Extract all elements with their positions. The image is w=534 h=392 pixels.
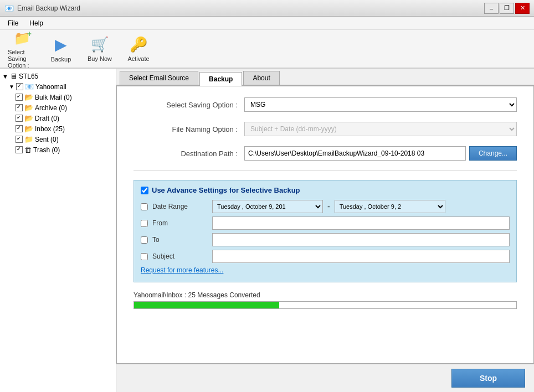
tree-inbox[interactable]: ✓ 📂 Inbox (25) (2, 123, 114, 134)
request-features-link[interactable]: Request for more features... (141, 266, 510, 274)
file-naming-select[interactable]: Subject + Date (dd-mm-yyyy) (244, 122, 517, 136)
stop-button[interactable]: Stop (451, 369, 525, 388)
minimize-button[interactable]: – (484, 3, 499, 14)
tree-archive[interactable]: ✓ 📂 Archive (0) (2, 102, 114, 113)
content-area: Select Saving Option : MSG PST EML PDF F… (116, 86, 534, 364)
tab-about[interactable]: About (243, 71, 279, 85)
to-input[interactable] (212, 233, 510, 246)
tree-trash[interactable]: ✓ 🗑 Trash (0) (2, 145, 114, 155)
from-label: From (152, 219, 208, 227)
yahoomail-checkbox[interactable]: ✓ (16, 83, 23, 90)
advance-settings-label: Use Advance Settings for Selective Backu… (152, 186, 300, 194)
tree-yahoomail[interactable]: ▼ ✓ 📧 Yahoomail (2, 81, 114, 92)
email-source-label: Select Saving Option : (8, 49, 37, 69)
destination-path-label: Destination Path : (134, 149, 244, 158)
file-naming-row: File Naming Option : Subject + Date (dd-… (134, 122, 517, 136)
inbox-checkbox[interactable]: ✓ (16, 125, 23, 132)
tree-draft[interactable]: ✓ 📂 Draft (0) (2, 113, 114, 123)
right-panel: Select Email Source Backup About Select … (116, 69, 534, 392)
tab-select-email-source[interactable]: Select Email Source (120, 71, 198, 85)
backup-label: Backup (51, 56, 71, 63)
date-to-select[interactable]: Tuesday , October 9, 2 (335, 200, 445, 213)
app-icon: 📧 (4, 4, 14, 13)
bulk-mail-checkbox[interactable]: ✓ (16, 94, 23, 101)
archive-icon: 📂 (24, 104, 33, 112)
draft-label: Draft (0) (35, 115, 59, 122)
buy-now-label: Buy Now (88, 55, 112, 62)
saving-option-row: Select Saving Option : MSG PST EML PDF (134, 97, 517, 112)
progress-bar-fill (134, 302, 279, 308)
from-row: From (141, 216, 510, 230)
sent-checkbox[interactable]: ✓ (16, 136, 23, 143)
tree-root[interactable]: ▼ 🖥 STL65 (2, 71, 114, 81)
sent-icon: 📁 (24, 135, 33, 143)
menu-help[interactable]: Help (24, 18, 49, 28)
titlebar-left: 📧 Email Backup Wizard (4, 4, 80, 13)
date-range-dash: - (327, 202, 330, 211)
saving-option-select[interactable]: MSG PST EML PDF (244, 97, 517, 112)
inbox-label: Inbox (25) (35, 125, 65, 133)
tab-backup[interactable]: Backup (199, 72, 242, 86)
buy-now-button[interactable]: 🛒 Buy Now (83, 33, 116, 65)
tree-sent[interactable]: ✓ 📁 Sent (0) (2, 134, 114, 145)
to-label: To (152, 236, 208, 244)
date-from-select[interactable]: Tuesday , October 9, 201 (212, 200, 323, 213)
inbox-icon: 📂 (24, 125, 33, 133)
file-naming-label: File Naming Option : (134, 125, 244, 133)
subject-checkbox[interactable] (141, 253, 148, 260)
date-range-row: Date Range Tuesday , October 9, 201 - Tu… (141, 200, 510, 213)
backup-button[interactable]: ▶ Backup (44, 33, 78, 65)
destination-path-control: Change... (244, 146, 517, 161)
restore-button[interactable]: ❐ (500, 3, 514, 14)
tree-bulk-mail[interactable]: ✓ 📂 Bulk Mail (0) (2, 92, 114, 102)
saving-option-control: MSG PST EML PDF (244, 97, 517, 112)
date-range-checkbox[interactable] (141, 203, 148, 210)
subject-input[interactable] (212, 250, 510, 263)
draft-checkbox[interactable]: ✓ (16, 115, 23, 122)
trash-label: Trash (0) (33, 146, 60, 154)
advance-settings-section: Use Advance Settings for Selective Backu… (134, 180, 517, 282)
to-checkbox[interactable] (141, 236, 148, 244)
from-input[interactable] (212, 216, 510, 230)
change-button[interactable]: Change... (469, 146, 517, 161)
computer-icon: 🖥 (10, 72, 17, 80)
buy-now-icon: 🛒 (91, 36, 109, 53)
menu-file[interactable]: File (2, 18, 24, 28)
trash-icon: 🗑 (24, 146, 32, 154)
saving-option-label: Select Saving Option : (134, 101, 244, 109)
divider (134, 171, 517, 171)
yahoomail-label: Yahoomail (35, 83, 66, 91)
progress-text: Yahoomail\Inbox : 25 Messages Converted (134, 291, 517, 299)
advance-settings-header: Use Advance Settings for Selective Backu… (141, 186, 510, 194)
archive-checkbox[interactable]: ✓ (16, 104, 23, 111)
titlebar-controls: – ❐ ✕ (484, 3, 530, 14)
toolbar: 📁 + Select Saving Option : ▶ Backup 🛒 Bu… (0, 30, 534, 69)
email-source-icon: 📁 + (14, 29, 30, 47)
titlebar: 📧 Email Backup Wizard – ❐ ✕ (0, 0, 534, 17)
subject-row: Subject (141, 250, 510, 263)
sidebar: ▼ 🖥 STL65 ▼ ✓ 📧 Yahoomail ✓ 📂 Bulk Mail … (0, 69, 116, 392)
bottom-bar: Stop (116, 364, 534, 392)
advance-settings-checkbox[interactable] (141, 187, 148, 194)
tree-root-label: STL65 (19, 73, 38, 80)
archive-label: Archive (0) (35, 104, 67, 112)
progress-bar-background (134, 301, 517, 309)
menubar: File Help (0, 17, 534, 30)
subject-label: Subject (152, 252, 208, 260)
activate-button[interactable]: 🔑 Activate (122, 33, 155, 65)
backup-icon: ▶ (55, 35, 67, 54)
destination-path-input[interactable] (244, 146, 466, 161)
trash-checkbox[interactable]: ✓ (16, 146, 23, 153)
from-checkbox[interactable] (141, 220, 148, 227)
email-source-button[interactable]: 📁 + Select Saving Option : (6, 33, 39, 65)
main-layout: ▼ 🖥 STL65 ▼ ✓ 📧 Yahoomail ✓ 📂 Bulk Mail … (0, 69, 534, 392)
draft-icon: 📂 (24, 114, 33, 122)
to-row: To (141, 233, 510, 246)
close-button[interactable]: ✕ (515, 3, 530, 14)
sent-label: Sent (0) (35, 136, 59, 143)
date-range-label: Date Range (152, 203, 208, 210)
file-naming-control: Subject + Date (dd-mm-yyyy) (244, 122, 517, 136)
progress-section: Yahoomail\Inbox : 25 Messages Converted (134, 291, 517, 309)
bulk-mail-label: Bulk Mail (0) (35, 94, 72, 101)
bulk-mail-icon: 📂 (24, 93, 33, 101)
